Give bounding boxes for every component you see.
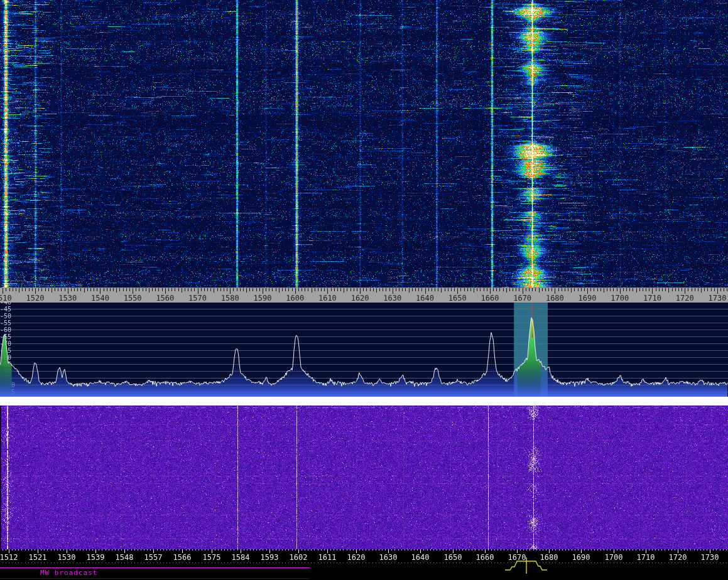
sdr-dual-waterfall-screen: MW broadcast — [0, 0, 728, 580]
upper-frequency-scale[interactable] — [0, 287, 728, 303]
lower-waterfall-canvas[interactable] — [0, 405, 728, 549]
spectrum-canvas[interactable] — [0, 303, 728, 397]
separator-band — [0, 397, 728, 405]
footer-scale-area: MW broadcast — [0, 549, 728, 580]
filter-passband-shape[interactable] — [505, 557, 547, 574]
filter-passband-icon[interactable] — [0, 549, 728, 580]
upper-waterfall-canvas[interactable] — [0, 0, 728, 287]
